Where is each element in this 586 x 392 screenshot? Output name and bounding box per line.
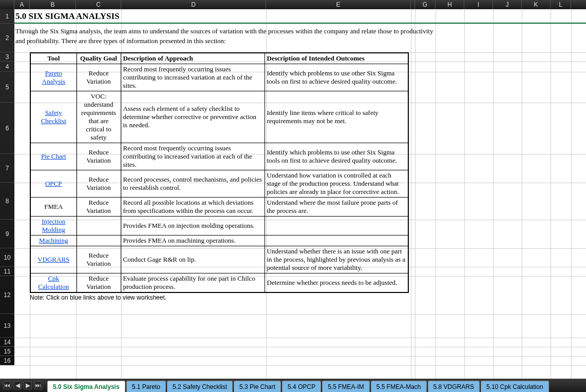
tool-link[interactable]: VDGRARS: [37, 256, 69, 263]
row-header-10[interactable]: 10: [0, 248, 14, 267]
col-header-B[interactable]: B: [30, 0, 76, 9]
sheet-tab[interactable]: 5.0 Six Sigma Analysis: [47, 381, 125, 392]
table-row: Injection MoldingProvides FMEA on inject…: [30, 216, 408, 235]
cell-approach: Record most frequently occurring issues …: [121, 64, 264, 91]
row-header-7[interactable]: 7: [0, 154, 14, 183]
six-sigma-table: Tool Quality Goal Description of Approac…: [30, 52, 409, 293]
col-header-L[interactable]: L: [551, 0, 571, 9]
cell-goal: Reduce Variation: [77, 143, 121, 170]
table-row: Pareto AnalysisReduce VariationRecord mo…: [30, 64, 408, 91]
sheet-tab[interactable]: 5.8 VDGRARS: [428, 381, 480, 392]
cell-approach: Record most frequently occurring issues …: [121, 143, 264, 170]
th-approach: Description of Approach: [121, 53, 264, 64]
col-header-J[interactable]: J: [493, 0, 522, 9]
cell-tool[interactable]: OPCP: [30, 170, 77, 197]
col-header-H[interactable]: H: [436, 0, 464, 9]
col-header-A[interactable]: A: [14, 0, 30, 9]
cell-outcome: Determine whether process needs to be ad…: [264, 273, 408, 292]
cell-tool[interactable]: Machining: [30, 235, 77, 246]
row-header-2[interactable]: 2: [0, 24, 14, 52]
table-row: MachiningProvides FMEA on machining oper…: [30, 235, 408, 246]
tab-nav-group: ⏮ ◀ ▶ ⏭: [0, 379, 45, 392]
tool-link[interactable]: Injection Molding: [42, 218, 65, 233]
cell-goal: Reduce Variation: [77, 246, 121, 273]
tool-link[interactable]: Pie Chart: [41, 152, 66, 160]
column-header-row: ABCDEGHIJKL: [0, 0, 586, 9]
page-title: 5.0 SIX SIGMA ANALYSIS: [14, 9, 586, 23]
row-header-4[interactable]: 4: [0, 62, 14, 72]
row-header-12[interactable]: 12: [0, 276, 14, 314]
select-all-corner[interactable]: [0, 0, 14, 9]
col-header-C[interactable]: C: [76, 0, 121, 9]
sheet-tabs: 5.0 Six Sigma Analysis5.1 Pareto5.2 Safe…: [45, 379, 549, 392]
col-header-E[interactable]: E: [266, 0, 411, 9]
col-header-D[interactable]: D: [121, 0, 266, 9]
tool-link[interactable]: OPCP: [45, 180, 62, 187]
cell-tool[interactable]: Cpk Calculation: [30, 273, 77, 292]
table-header-row: Tool Quality Goal Description of Approac…: [30, 53, 408, 64]
row-header-13[interactable]: 13: [0, 314, 14, 338]
table-row: FMEAReduce VariationRecord all possible …: [30, 197, 408, 216]
row-header-5[interactable]: 5: [0, 72, 14, 103]
cell-goal: VOC: understand requirements that are cr…: [77, 91, 121, 143]
cell-approach: Record processes, control mechanisms, an…: [121, 170, 264, 197]
cell-goal: Reduce Variation: [77, 197, 121, 216]
cell-outcome: Identify which problems to use other Six…: [264, 143, 408, 170]
tab-nav-prev[interactable]: ◀: [13, 381, 22, 389]
col-header-G[interactable]: G: [415, 0, 436, 9]
cell-tool[interactable]: Injection Molding: [30, 216, 77, 235]
sheet-tab[interactable]: 5.2 Safety Checklist: [167, 381, 233, 392]
row-header-1[interactable]: 1: [0, 9, 14, 24]
sheet-tab[interactable]: 5.3 Pie Chart: [234, 381, 281, 392]
row-header-3[interactable]: 3: [0, 52, 14, 62]
cell-tool[interactable]: Pareto Analysis: [30, 64, 77, 91]
cell-outcome: Understand how variation is controlled a…: [264, 170, 408, 197]
sheet-tab[interactable]: 5.10 Cpk Calculation: [481, 381, 549, 392]
sheet-tab-bar: ⏮ ◀ ▶ ⏭ 5.0 Six Sigma Analysis5.1 Pareto…: [0, 379, 586, 392]
tool-link[interactable]: Cpk Calculation: [38, 275, 69, 290]
tool-link[interactable]: Safety Checklist: [41, 109, 66, 125]
cell-outcome: Identify which problems to use other Six…: [264, 64, 408, 91]
col-header-I[interactable]: I: [464, 0, 493, 9]
table-row: OPCPReduce VariationRecord processes, co…: [30, 170, 408, 197]
row-header-15[interactable]: 15: [0, 347, 14, 356]
intro-text: Through the Six Sigma analysis, the team…: [14, 24, 436, 48]
row-header-8[interactable]: 8: [0, 183, 14, 220]
cell-outcome: Identify line items where critical to sa…: [264, 91, 408, 143]
cell-approach: Provides FMEA on injection molding opera…: [121, 216, 264, 235]
row-header-11[interactable]: 11: [0, 267, 14, 276]
sheet-tab[interactable]: 5.4 OPCP: [282, 381, 321, 392]
worksheet-grid[interactable]: 5.0 SIX SIGMA ANALYSIS Through the Six S…: [14, 9, 586, 379]
row-header-9[interactable]: 9: [0, 220, 14, 248]
tool-link[interactable]: Pareto Analysis: [42, 69, 66, 85]
col-header-blank[interactable]: [411, 0, 415, 9]
row-header-col: 12345678910111213141516: [0, 9, 14, 365]
cell-outcome: Understand where the most failure prone …: [264, 197, 408, 216]
cell-outcome: [264, 216, 408, 235]
table-row: VDGRARSReduce VariationConduct Gage R&R …: [30, 246, 408, 273]
cell-approach: Evaluate process capability for one part…: [121, 273, 264, 292]
row-header-6[interactable]: 6: [0, 103, 14, 154]
tab-nav-next[interactable]: ▶: [24, 381, 32, 389]
cell-goal: [77, 216, 121, 235]
tool-link[interactable]: Machining: [39, 237, 68, 244]
cell-tool[interactable]: Safety Checklist: [30, 91, 77, 143]
th-goal: Quality Goal: [77, 53, 121, 64]
cell-tool[interactable]: Pie Chart: [30, 143, 77, 170]
row-header-14[interactable]: 14: [0, 338, 14, 347]
cell-tool: FMEA: [30, 197, 77, 216]
table-row: Cpk CalculationReduce VariationEvaluate …: [30, 273, 408, 292]
table-row: Safety ChecklistVOC: understand requirem…: [30, 91, 408, 143]
cell-approach: Provides FMEA on machining operations.: [121, 235, 264, 246]
th-outcome: Description of Intended Outcomes: [264, 53, 408, 64]
sheet-tab[interactable]: 5.5 FMEA-Mach: [371, 381, 427, 392]
row-header-16[interactable]: 16: [0, 356, 14, 365]
tab-nav-last[interactable]: ⏭: [34, 381, 42, 389]
tab-nav-first[interactable]: ⏮: [3, 381, 11, 389]
cell-tool[interactable]: VDGRARS: [30, 246, 77, 273]
sheet-tab[interactable]: 5.1 Pareto: [126, 381, 166, 392]
cell-goal: Reduce Variation: [77, 273, 121, 292]
th-tool: Tool: [30, 53, 77, 64]
sheet-tab[interactable]: 5.5 FMEA-IM: [322, 381, 370, 392]
col-header-K[interactable]: K: [522, 0, 551, 9]
